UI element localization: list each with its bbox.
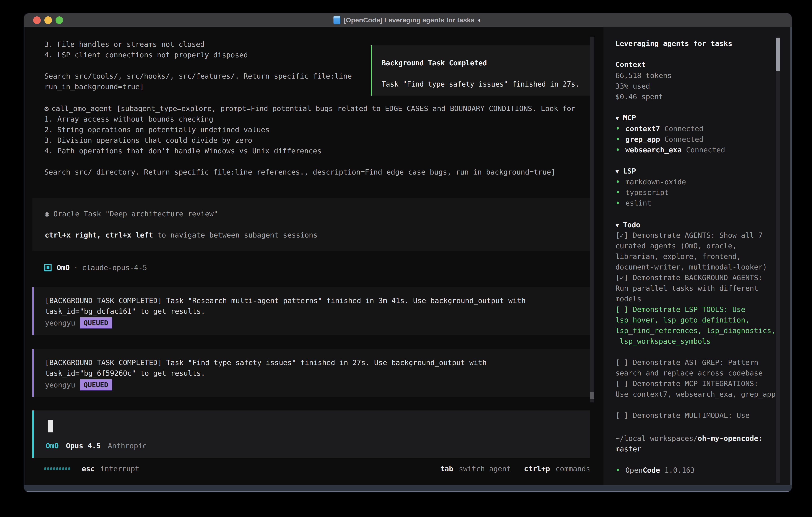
status-dot-icon: • <box>615 144 620 155</box>
context-stats: 66,518 tokens 33% used $0.46 spent <box>615 70 672 102</box>
mcp-name: grep_app <box>626 135 660 143</box>
todo-line-active: lsp_find_references, lsp_diagnostics, <box>615 325 776 336</box>
agent-header: OmO · claude-opus-4-5 <box>45 262 147 273</box>
input-provider-label: Anthropic <box>108 440 147 451</box>
oracle-task-title: ◉ Oracle Task "Deep architecture review" <box>45 209 590 219</box>
oracle-hint-keys: ctrl+x right, ctrl+x left <box>45 231 153 239</box>
lsp-section-header[interactable]: ▼LSP <box>615 166 636 176</box>
tool-call-line: Search src/ directory. Return specific f… <box>45 167 575 177</box>
window-title: [OpenCode] Leveraging agents for tasks <box>344 16 474 24</box>
tool-call-line: 4. Path operations that don't handle Win… <box>45 145 575 156</box>
todo-line-active: lsp_workspace_symbols <box>615 336 776 347</box>
toast-body: Task "Find type safety issues" finished … <box>382 79 582 89</box>
mcp-name: websearch_exa <box>626 146 682 154</box>
todo-line-done: librarian, explore, frontend, <box>615 251 776 262</box>
chat-scrollbar[interactable] <box>590 36 594 403</box>
sidebar-scrollbar-thumb[interactable] <box>776 38 780 71</box>
todo-line-done: [✓] Demonstrate AGENTS: Show all 7 <box>615 230 776 241</box>
half-circle-icon: ◐ <box>478 17 482 24</box>
tool-call-line: 2. String operations on potentially unde… <box>45 124 575 135</box>
task-message-2: [BACKGROUND TASK COMPLETED] Task "Find t… <box>32 349 590 397</box>
task-line: task_id="bg_6f59260c" to get results. <box>45 368 590 378</box>
status-bar: esc interrupt tab switch agent ctrl+p co… <box>45 463 590 474</box>
separator-dot: · <box>74 264 78 272</box>
context-used: 33% used <box>615 81 672 91</box>
scrollback-line: Search src/tools/, src/hooks/, src/featu… <box>45 71 352 81</box>
context-tokens: 66,518 tokens <box>615 70 672 81</box>
background-task-toast: Background Task Completed Task "Find typ… <box>371 45 593 96</box>
mcp-list: •context7Connected •grep_appConnected •w… <box>615 124 725 155</box>
status-dot-icon: • <box>615 198 620 208</box>
task-author: yeongyu <box>45 319 75 327</box>
lsp-name: markdown-oxide <box>626 178 686 186</box>
task-message-1: [BACKGROUND TASK COMPLETED] Task "Resear… <box>32 287 590 335</box>
mcp-section-header[interactable]: ▼MCP <box>615 112 636 123</box>
lsp-item: •markdown-oxide <box>615 176 686 187</box>
toast-title: Background Task Completed <box>382 58 582 69</box>
status-dot-icon: • <box>615 124 620 134</box>
window-bottom-strip <box>24 485 792 492</box>
context-heading: Context <box>615 59 646 70</box>
mcp-heading: MCP <box>623 113 636 122</box>
text-cursor <box>48 420 53 432</box>
blank-line <box>615 400 776 410</box>
workspace-prefix: ~/local-workspaces/ <box>615 434 698 442</box>
task-meta: yeongyu QUEUED <box>45 379 590 391</box>
todo-line-done: models <box>615 294 776 304</box>
todo-section-header[interactable]: ▼Todo <box>615 219 640 230</box>
agent-model: claude-opus-4-5 <box>82 264 147 272</box>
opencode-version-row: • OpenCode 1.0.163 <box>615 465 695 475</box>
scrollback-line <box>45 60 352 71</box>
tool-call-text: call_omo_agent [subagent_type=explore, p… <box>52 104 576 113</box>
todo-line-done: [✓] Demonstrate BACKGROUND AGENTS: <box>615 272 776 283</box>
tool-call-line: ⚙call_omo_agent [subagent_type=explore, … <box>45 103 575 114</box>
opencode-version: • OpenCode 1.0.163 <box>615 465 695 475</box>
todo-line-pending: [ ] Demonstrate MCP INTEGRATIONS: <box>615 378 776 389</box>
mcp-status: Connected <box>664 135 703 143</box>
status-badge: QUEUED <box>80 379 112 390</box>
window-titlebar[interactable]: [OpenCode] Leveraging agents for tasks ◐ <box>24 13 792 27</box>
status-left: esc interrupt <box>45 465 139 473</box>
sidebar: Leveraging agents for tasks Context 66,5… <box>603 27 790 485</box>
todo-line-pending: [ ] Demonstrate MULTIMODAL: Use <box>615 410 776 420</box>
todo-heading: Todo <box>623 221 640 229</box>
sidebar-scrollbar[interactable] <box>776 36 780 483</box>
task-line: [BACKGROUND TASK COMPLETED] Task "Resear… <box>45 295 590 306</box>
input-model-label: Opus 4.5 <box>66 440 100 451</box>
workspace-line: ~/local-workspaces/oh-my-opencode: <box>615 433 763 444</box>
radio-icon: ◉ <box>45 210 49 218</box>
chevron-down-icon: ▼ <box>615 168 619 175</box>
chevron-down-icon: ▼ <box>615 114 619 121</box>
chat-scrollbar-thumb[interactable] <box>590 392 594 399</box>
blank-line <box>615 347 776 357</box>
todo-line-active: [ ] Demonstrate LSP TOOLS: Use <box>615 304 776 315</box>
opencode-version-number: 1.0.163 <box>665 466 695 474</box>
tool-call-line: 1. Array access without bounds checking <box>45 114 575 124</box>
mcp-item: •context7Connected <box>615 124 725 134</box>
status-badge: QUEUED <box>80 317 112 328</box>
mcp-item: •grep_appConnected <box>615 134 725 144</box>
mcp-status: Connected <box>664 125 703 133</box>
todo-line-pending: [ ] Demonstrate AST-GREP: Pattern <box>615 357 776 368</box>
window-title-group: [OpenCode] Leveraging agents for tasks ◐ <box>24 13 792 27</box>
lsp-item: •typescript <box>615 187 686 198</box>
prompt-input[interactable]: OmO Opus 4.5 Anthropic <box>32 410 590 458</box>
session-title: Leveraging agents for tasks <box>615 38 732 49</box>
tool-call-line: 3. Division operations that could divide… <box>45 135 575 145</box>
tab-key-hint: tab <box>440 465 453 473</box>
task-meta: yeongyu QUEUED <box>45 317 590 329</box>
status-right: tab switch agent ctrl+p commands <box>440 465 590 473</box>
todo-line-pending: Use context7, websearch_exa, grep_app <box>615 389 776 400</box>
tool-call-line <box>45 156 575 167</box>
scrollback-line: 4. LSP client connections not properly d… <box>45 50 352 60</box>
status-dot-icon: • <box>615 176 620 187</box>
task-line: task_id="bg_dcfac161" to get results. <box>45 306 590 317</box>
ctrlp-key-label: commands <box>556 465 590 473</box>
status-dot-icon: • <box>615 187 620 198</box>
oracle-task-panel: ◉ Oracle Task "Deep architecture review"… <box>32 198 590 251</box>
mcp-name: context7 <box>626 125 660 133</box>
scrollback-line: 3. File handles or streams not closed <box>45 39 352 50</box>
gear-icon: ⚙ <box>45 104 49 113</box>
esc-key-hint: esc <box>82 465 95 473</box>
terminal-window: [OpenCode] Leveraging agents for tasks ◐… <box>24 13 792 492</box>
